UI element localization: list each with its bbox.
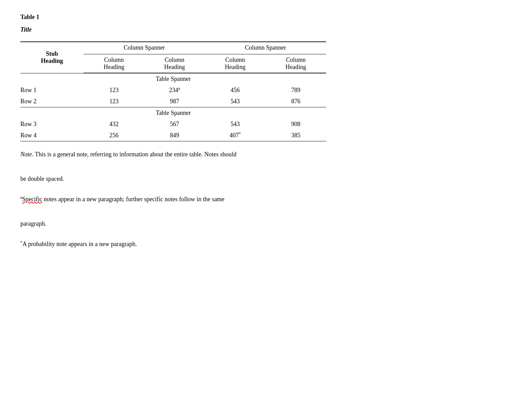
general-note-label: Note. — [20, 151, 34, 158]
row4-c2: 849 — [144, 130, 205, 141]
row1-c1: 123 — [84, 85, 144, 96]
row1-label: Row 1 — [20, 85, 84, 96]
table-spanner-2: Table Spanner — [20, 107, 326, 119]
row2-label: Row 2 — [20, 96, 84, 107]
general-note-text: This is a general note, referring to inf… — [34, 151, 237, 158]
specific-note-cont: paragraph. — [20, 217, 326, 230]
row2-c2: 987 — [144, 96, 205, 107]
table-row: Row 1 123 234a 456 789 — [20, 85, 326, 96]
col-spanner-1: Column Spanner — [84, 42, 205, 54]
specific-note-text: notes appear in a new paragraph; further… — [42, 196, 224, 203]
specific-note-label: Specific — [22, 196, 42, 203]
row1-c2: 234a — [144, 85, 205, 96]
row2-c4: 876 — [266, 96, 326, 107]
row1-c4: 789 — [266, 85, 326, 96]
table-row: Row 2 123 987 543 876 — [20, 96, 326, 107]
table-spanner-1: Table Spanner — [20, 73, 326, 85]
prob-note-text: A probability note appears in a new para… — [22, 241, 137, 247]
general-note-cont2: be double spaced. — [20, 173, 326, 185]
main-table: StubHeading Column Spanner Column Spanne… — [20, 41, 326, 141]
row3-c3: 543 — [205, 119, 265, 130]
row1-c3: 456 — [205, 85, 265, 96]
specific-note: aSpecific notes appear in a new paragrap… — [20, 193, 326, 205]
row2-c3: 543 — [205, 96, 265, 107]
specific-note-blank — [20, 205, 326, 217]
table-row: Row 4 256 849 407* 385 — [20, 130, 326, 141]
row4-c1: 256 — [84, 130, 144, 141]
col-heading-2: ColumnHeading — [144, 54, 205, 73]
row4-label: Row 4 — [20, 130, 84, 141]
general-note: Note. This is a general note, referring … — [20, 148, 326, 160]
prob-note: *A probability note appears in a new par… — [20, 238, 326, 250]
stub-heading: StubHeading — [20, 42, 84, 73]
general-note-cont — [20, 160, 326, 173]
row4-c3: 407* — [205, 130, 265, 141]
table-label: Table 1 — [20, 14, 512, 21]
table-spanner-1-row: Table Spanner — [20, 73, 326, 85]
col-heading-4: ColumnHeading — [266, 54, 326, 73]
table-title: Title — [20, 26, 512, 33]
col-heading-3: ColumnHeading — [205, 54, 265, 73]
row3-c4: 908 — [266, 119, 326, 130]
row3-label: Row 3 — [20, 119, 84, 130]
row3-c1: 432 — [84, 119, 144, 130]
row4-c4: 385 — [266, 130, 326, 141]
col-spanner-2: Column Spanner — [205, 42, 326, 54]
notes-section: Note. This is a general note, referring … — [20, 148, 326, 250]
col-heading-1: ColumnHeading — [84, 54, 144, 73]
row3-c2: 567 — [144, 119, 205, 130]
table-spanner-2-row: Table Spanner — [20, 107, 326, 119]
table-row: Row 3 432 567 543 908 — [20, 119, 326, 130]
row2-c1: 123 — [84, 96, 144, 107]
